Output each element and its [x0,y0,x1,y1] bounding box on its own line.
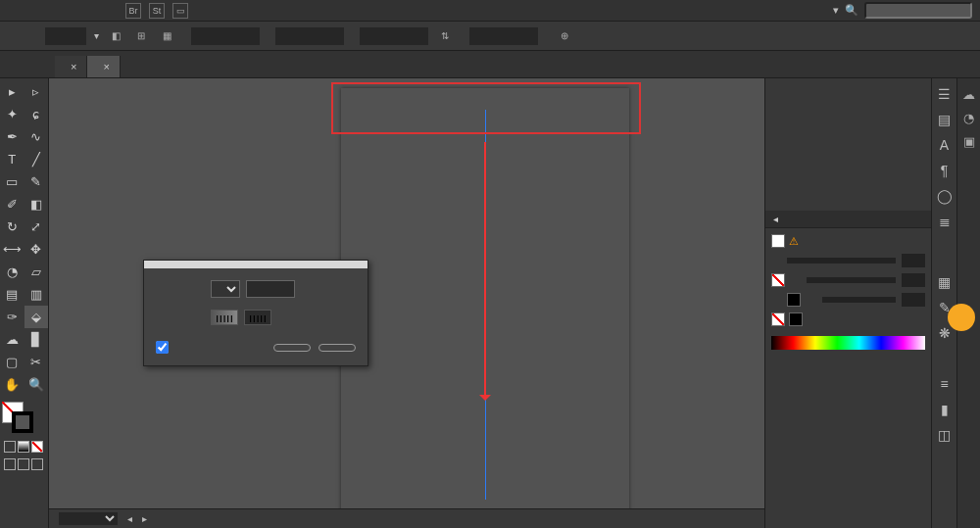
ok-button[interactable] [273,344,311,352]
magic-wand-tool[interactable]: ✦ [0,103,24,125]
libraries-icon[interactable]: ▤ [935,110,955,129]
gradient-mode[interactable] [18,441,29,453]
gradient-tool[interactable]: ▥ [24,283,49,306]
transform-icon[interactable]: ▦ [158,27,175,45]
x-input[interactable] [191,27,260,45]
slice-tool[interactable]: ✂ [24,351,49,373]
screen-full[interactable] [18,458,29,470]
hand-tool[interactable]: ✋ [0,373,24,396]
rotate-tool[interactable]: ↻ [0,216,24,238]
preview-checkbox-input[interactable] [156,341,169,354]
b-swatch[interactable] [787,293,801,307]
type-tool[interactable]: T [0,148,24,170]
color-spectrum[interactable] [771,336,925,350]
swatches-icon[interactable]: ▦ [935,272,955,292]
black-swatch[interactable] [789,312,803,326]
cancel-button[interactable] [318,344,356,352]
notification-badge[interactable] [948,304,975,331]
appearance-icon[interactable]: ◯ [935,186,955,206]
h-value[interactable] [902,254,925,267]
nav-next-icon[interactable]: ▸ [142,513,147,524]
close-icon[interactable]: × [71,61,76,72]
b-value[interactable] [902,293,925,307]
blend-tool[interactable]: ⬙ [24,306,49,328]
color-panel-header[interactable]: ◂ [765,211,931,228]
zoom-select[interactable] [59,512,118,525]
color-mode[interactable] [4,441,16,453]
pen-tool[interactable]: ✒ [0,125,24,148]
orient-page-button[interactable]: ııııı [211,310,238,325]
line-tool[interactable]: ╱ [24,148,49,170]
fill-swatch[interactable] [771,234,785,248]
document-tab[interactable]: × [55,56,87,77]
tool-box: ▸▹ ✦ɕ ✒∿ T╱ ▭✎ ✐◧ ↻⤢ ⟷✥ ◔▱ ▤▥ ✑⬙ ☁▊ ▢✂ ✋… [0,78,49,528]
s-value[interactable] [902,273,925,287]
document-tab-bar: × × [0,51,980,78]
style-icon[interactable]: ◧ [107,27,124,45]
align-icon[interactable]: ⊞ [132,27,150,45]
stock-icon[interactable]: St [149,3,165,19]
asset-icon[interactable]: ▣ [959,131,979,151]
free-transform-tool[interactable]: ✥ [24,238,49,261]
rectangle-tool[interactable]: ▭ [0,170,24,193]
w-input[interactable] [360,27,428,45]
none-swatch-2[interactable] [771,312,785,326]
orient-path-button[interactable]: ııııı [244,310,271,325]
h-input[interactable] [469,27,538,45]
fill-stroke-swatch[interactable] [2,402,33,433]
opacity-input[interactable] [45,27,86,45]
h-slider[interactable] [787,258,896,264]
artboard [341,88,629,511]
arrange-icon[interactable]: ▭ [172,3,188,19]
perspective-tool[interactable]: ▱ [24,261,49,283]
spacing-value-input[interactable] [246,280,295,298]
gradient-panel-icon[interactable]: ▮ [935,400,955,419]
b-slider[interactable] [822,297,896,303]
color-themes-icon[interactable]: ◔ [959,108,979,127]
workspace-switcher[interactable]: ▾ [829,4,839,17]
dialog-title [144,261,368,268]
screen-normal[interactable] [4,458,16,470]
paintbrush-tool[interactable]: ✎ [24,170,49,193]
canvas[interactable]: ııııı ııııı ◂ ▸ [49,78,764,528]
selection-tool[interactable]: ▸ [0,80,24,103]
zoom-tool[interactable]: 🔍 [24,373,49,396]
mesh-tool[interactable]: ▤ [0,283,24,306]
link-wh-icon[interactable]: ⇅ [436,27,454,45]
width-tool[interactable]: ⟷ [0,238,24,261]
nav-prev-icon[interactable]: ◂ [127,513,132,524]
paragraph-icon[interactable]: ¶ [935,161,955,180]
layers-icon[interactable]: ≣ [935,212,955,231]
transparency-icon[interactable]: ◫ [935,425,955,445]
scale-tool[interactable]: ⤢ [24,216,49,238]
properties-icon[interactable]: ☰ [935,84,955,104]
eyedropper-tool[interactable]: ✑ [0,306,24,328]
isolate-icon[interactable]: ⊕ [556,27,573,45]
y-input[interactable] [275,27,344,45]
artboard-tool[interactable]: ▢ [0,351,24,373]
shaper-tool[interactable]: ✐ [0,193,24,216]
graph-tool[interactable]: ▊ [24,328,49,351]
preview-checkbox[interactable] [156,341,172,354]
character-icon[interactable]: A [935,135,955,155]
cloud-icon[interactable]: ☁ [959,84,979,104]
screen-present[interactable] [31,458,43,470]
spacing-mode-select[interactable] [211,280,240,298]
close-icon[interactable]: × [103,61,109,72]
document-tab[interactable]: × [87,56,120,77]
stock-search-input[interactable] [864,2,972,19]
annotation-arrow [484,142,486,397]
direct-selection-tool[interactable]: ▹ [24,80,49,103]
stroke-icon[interactable]: ≡ [935,374,955,394]
panel-toggle-icon: ◂ [773,214,778,224]
s-slider[interactable] [807,277,896,283]
symbol-tool[interactable]: ☁ [0,328,24,351]
lasso-tool[interactable]: ɕ [24,103,49,125]
none-swatch[interactable] [771,273,785,287]
eraser-tool[interactable]: ◧ [24,193,49,216]
shape-builder-tool[interactable]: ◔ [0,261,24,283]
bridge-icon[interactable]: Br [125,3,141,19]
none-mode[interactable] [31,441,43,453]
curvature-tool[interactable]: ∿ [24,125,49,148]
chevron-down-icon[interactable]: ▾ [94,30,99,41]
